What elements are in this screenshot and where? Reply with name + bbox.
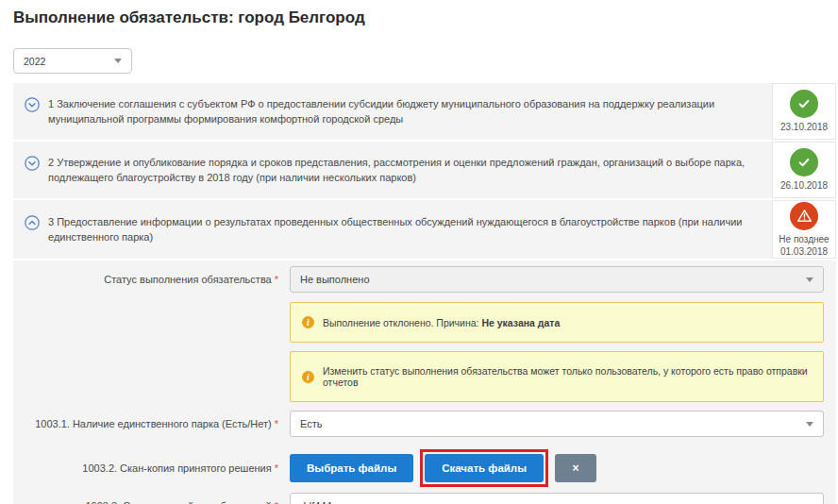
obligation-header[interactable]: 2 Утверждение и опубликование порядка и …: [13, 142, 772, 198]
red-highlight-annotation: Скачать файлы: [420, 449, 548, 487]
check-circle-icon: [790, 148, 818, 176]
obligation-form: Статус выполнения обязательства* Не выпо…: [13, 260, 836, 504]
label-text: Статус выполнения обязательства: [104, 274, 272, 285]
label-text: 1003.2. Скан-копия принятого решения: [82, 462, 271, 474]
obligation-status: Не позднее 01.03.2018: [772, 200, 836, 259]
status-deadline-line1: Не позднее: [779, 234, 829, 245]
label-text: 1003.3. Ссылка на сайт с публикацией: [85, 500, 271, 504]
clear-files-button[interactable]: ×: [555, 454, 596, 482]
notice-row: i Выполнение отклонено. Причина: Не указ…: [13, 302, 824, 343]
notice-text-prefix: Выполнение отклонено. Причина:: [323, 317, 481, 328]
info-icon: i: [302, 316, 314, 328]
year-select[interactable]: 2022: [13, 48, 132, 74]
obligation-text: 3 Предоставление информации о результата…: [48, 214, 757, 244]
page-title: Выполнение обязательств: город Белгород: [13, 8, 836, 28]
obligation-text: 1 Заключение соглашения с субъектом РФ о…: [48, 96, 757, 126]
page: Выполнение обязательств: город Белгород …: [0, 8, 838, 504]
chevron-down-icon: [114, 59, 122, 63]
link-field-row: 1003.3. Ссылка на сайт с публикацией* ht…: [13, 493, 824, 504]
link-field-label: 1003.3. Ссылка на сайт с публикацией*: [13, 493, 290, 504]
obligation-row: 1 Заключение соглашения с субъектом РФ о…: [13, 83, 836, 140]
chevron-down-circle-icon[interactable]: [25, 97, 40, 112]
notice-text-bold: Не указана дата: [481, 317, 560, 328]
status-field-label: Статус выполнения обязательства*: [13, 274, 290, 285]
publication-link-input[interactable]: [290, 493, 824, 504]
status-date: 23.10.2018: [780, 122, 828, 133]
obligation-status: 26.10.2018: [772, 142, 836, 198]
obligation-header[interactable]: 3 Предоставление информации о результата…: [13, 200, 772, 259]
download-files-button[interactable]: Скачать файлы: [425, 454, 544, 482]
required-asterisk: *: [275, 462, 278, 474]
info-icon: i: [302, 371, 314, 383]
notice-row: i Изменить статус выполнения обязательст…: [13, 351, 824, 402]
year-select-value: 2022: [24, 56, 45, 67]
chevron-down-circle-icon[interactable]: [25, 156, 40, 171]
scan-field-row: 1003.2. Скан-копия принятого решения* Вы…: [13, 449, 824, 487]
obligation-row: 3 Предоставление информации о результата…: [13, 200, 836, 259]
obligation-status: 23.10.2018: [772, 83, 836, 140]
park-select[interactable]: Есть: [290, 411, 824, 437]
status-select[interactable]: Не выполнено: [290, 266, 824, 293]
status-select-value: Не выполнено: [300, 274, 370, 285]
chevron-down-icon: [806, 277, 813, 282]
park-select-value: Есть: [300, 418, 322, 429]
permission-notice: i Изменить статус выполнения обязательст…: [290, 351, 824, 402]
scan-field-label: 1003.2. Скан-копия принятого решения*: [13, 449, 290, 487]
required-asterisk: *: [275, 500, 278, 504]
check-circle-icon: [790, 90, 818, 118]
status-date: 26.10.2018: [780, 180, 828, 192]
label-text: 1003.1. Наличие единственного парка (Ест…: [35, 418, 272, 429]
status-deadline-line2: 01.03.2018: [780, 246, 828, 258]
required-asterisk: *: [275, 418, 278, 429]
park-field-label: 1003.1. Наличие единственного парка (Ест…: [13, 418, 290, 429]
rejection-notice: i Выполнение отклонено. Причина: Не указ…: [290, 302, 824, 343]
notice-text: Изменить статус выполнения обязательства…: [323, 365, 812, 388]
required-asterisk: *: [275, 274, 278, 285]
select-files-button[interactable]: Выбрать файлы: [290, 454, 413, 482]
warning-triangle-icon: [790, 202, 818, 230]
obligation-row: 2 Утверждение и опубликование порядка и …: [13, 142, 836, 198]
chevron-up-circle-icon[interactable]: [25, 215, 40, 230]
notice-text: Выполнение отклонено. Причина: Не указан…: [323, 317, 560, 328]
obligation-header[interactable]: 1 Заключение соглашения с субъектом РФ о…: [13, 83, 772, 140]
obligations-list: 1 Заключение соглашения с субъектом РФ о…: [13, 83, 836, 259]
chevron-down-icon: [806, 422, 813, 427]
status-field-row: Статус выполнения обязательства* Не выпо…: [13, 266, 824, 293]
park-field-row: 1003.1. Наличие единственного парка (Ест…: [13, 411, 824, 437]
obligation-text: 2 Утверждение и опубликование порядка и …: [48, 155, 757, 185]
